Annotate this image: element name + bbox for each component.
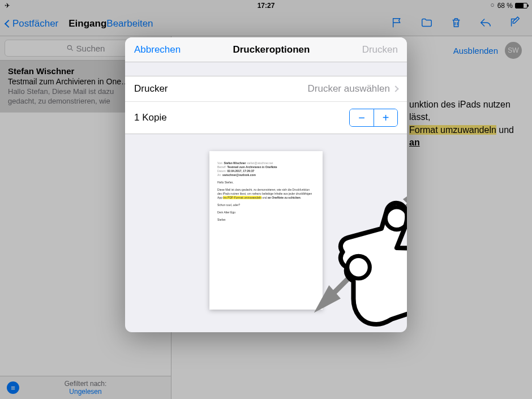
svg-line-1 xyxy=(328,263,364,299)
printer-value: Drucker auswählen xyxy=(307,83,390,95)
copies-decrement-button[interactable]: − xyxy=(350,109,374,126)
svg-line-3 xyxy=(394,197,407,225)
printer-label: Drucker xyxy=(134,83,168,95)
copies-stepper: − + xyxy=(349,109,398,127)
print-button[interactable]: Drucken xyxy=(362,44,398,55)
cancel-button[interactable]: Abbrechen xyxy=(134,44,181,55)
print-options-modal: Abbrechen Druckeroptionen Drucken Drucke… xyxy=(125,37,407,332)
modal-title: Druckeroptionen xyxy=(233,44,310,55)
svg-marker-2 xyxy=(320,290,337,307)
svg-point-6 xyxy=(347,256,370,278)
copies-row: 1 Kopie − + xyxy=(125,101,407,134)
modal-overlay: Abbrechen Druckeroptionen Drucken Drucke… xyxy=(0,0,532,399)
printer-row[interactable]: Drucker Drucker auswählen xyxy=(125,76,407,101)
print-preview-area[interactable]: Von: Stefan Wischner stefan@wischner.net… xyxy=(125,134,407,332)
svg-point-5 xyxy=(385,207,407,230)
chevron-right-icon xyxy=(392,85,398,92)
copies-increment-button[interactable]: + xyxy=(374,109,397,126)
copies-label: 1 Kopie xyxy=(134,112,167,123)
print-preview-page[interactable]: Von: Stefan Wischner stefan@wischner.net… xyxy=(209,151,323,310)
